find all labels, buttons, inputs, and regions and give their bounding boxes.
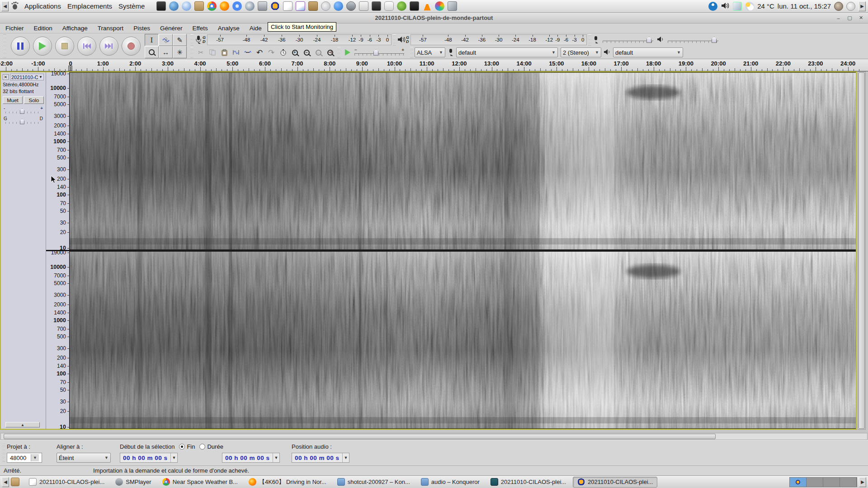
slider-thumb[interactable]	[20, 108, 24, 114]
minimize-icon[interactable]: –	[835, 14, 842, 21]
kdenlive-icon[interactable]	[372, 1, 381, 11]
sync-lock-clock-button[interactable]	[277, 47, 289, 58]
toolbar-grip[interactable]	[410, 47, 413, 58]
pause-button[interactable]	[11, 37, 30, 56]
file-manager-icon[interactable]	[194, 1, 204, 11]
taskbar-collapse-button[interactable]: ◀	[2, 477, 9, 487]
envelope-tool-button[interactable]	[159, 34, 173, 46]
spectrogram-channel-1[interactable]	[70, 72, 856, 250]
zoom-tool-button[interactable]	[145, 46, 159, 58]
menu-affichage[interactable]: Affichage	[62, 25, 88, 32]
panel-menu-système[interactable]: Système	[115, 2, 148, 10]
multi-tool-button[interactable]: ✳	[173, 46, 187, 58]
audio-host-select[interactable]: ALSA▼	[415, 47, 445, 57]
chrome-icon[interactable]	[207, 1, 217, 11]
skip-to-start-button[interactable]	[77, 37, 96, 56]
input-device-select[interactable]: default▼	[456, 47, 558, 57]
paste-button[interactable]	[218, 47, 230, 58]
text-editor-icon[interactable]	[283, 1, 292, 11]
fit-project-button[interactable]: ⊣	[324, 47, 336, 58]
chromium-icon[interactable]	[232, 1, 242, 11]
toolbar-grip[interactable]	[190, 34, 193, 45]
record-button[interactable]	[122, 37, 141, 56]
menu-aide[interactable]: Aide	[250, 25, 262, 32]
darktable-icon[interactable]	[435, 1, 444, 11]
workspace-1[interactable]	[790, 478, 807, 487]
copy-button[interactable]	[207, 47, 218, 58]
stylus-icon[interactable]	[733, 2, 742, 11]
timeline-ruler[interactable]: -2:00-1:0001:002:003:004:005:006:007:008…	[0, 59, 868, 71]
weather-icon[interactable]	[745, 2, 754, 11]
panel-menu-applications[interactable]: Applications	[21, 2, 64, 10]
output-device-select[interactable]: default▼	[613, 47, 683, 57]
trim-audio-button[interactable]	[230, 47, 242, 58]
taskbar-item[interactable]: SMPlayer	[111, 477, 155, 488]
taskbar-expand-button[interactable]: ▶	[859, 477, 866, 487]
draw-tool-button[interactable]: ✎	[173, 34, 187, 46]
silence-audio-button[interactable]	[242, 47, 254, 58]
volume-icon[interactable]	[721, 2, 730, 11]
gimp-icon[interactable]	[834, 2, 843, 11]
panel-collapse-left-button[interactable]: ◀	[1, 1, 9, 11]
shotcut-icon[interactable]	[258, 1, 267, 11]
finder-icon[interactable]	[321, 1, 330, 11]
libreoffice-icon[interactable]	[296, 1, 305, 11]
panel-menu-emplacements[interactable]: Emplacements	[64, 2, 115, 10]
slider-thumb[interactable]	[712, 37, 717, 43]
switcher-icon[interactable]	[384, 1, 394, 11]
cut-button[interactable]: ✂	[195, 47, 207, 58]
firefox-icon[interactable]	[220, 1, 229, 11]
close-icon[interactable]: ✕	[858, 14, 864, 21]
solo-button[interactable]: Solo	[24, 96, 44, 104]
track-name-menu[interactable]: 20211010-C▼	[10, 74, 44, 80]
pidgin-icon[interactable]	[397, 1, 406, 11]
accessibility-icon[interactable]	[708, 2, 717, 11]
play-button[interactable]	[33, 37, 52, 56]
taskbar-item[interactable]: audio – Konqueror	[417, 477, 484, 488]
input-channels-select[interactable]: 2 (Stereo)▼	[561, 47, 601, 57]
slider-thumb[interactable]	[646, 37, 651, 43]
gnome-foot-icon[interactable]	[11, 1, 19, 11]
skip-to-end-button[interactable]	[99, 37, 118, 56]
playback-meter[interactable]: GD -57-48-42-36-30-24-18-12-9-6-30	[397, 34, 587, 46]
thunderbird-icon[interactable]	[169, 1, 179, 11]
menu-transport[interactable]: Transport	[98, 25, 123, 32]
track-close-icon[interactable]: ✕	[3, 74, 9, 80]
horizontal-scrollbar[interactable]	[0, 433, 868, 440]
search-icon[interactable]	[846, 2, 855, 11]
scrollbar-thumb[interactable]	[859, 72, 865, 429]
slider-thumb[interactable]	[20, 119, 24, 124]
taskbar-item[interactable]: 20211010-CILAOS-plei...	[573, 477, 657, 488]
recording-volume-slider[interactable]	[603, 37, 653, 43]
radio-end[interactable]: Fin	[179, 443, 195, 450]
workspace-4[interactable]	[840, 478, 857, 487]
calculator-icon[interactable]	[359, 1, 368, 11]
workspace-3[interactable]	[823, 478, 840, 487]
taskbar-item[interactable]: 【4K60】 Driving in Nor...	[245, 477, 330, 488]
radio-dot[interactable]	[199, 444, 205, 450]
clipboard-icon[interactable]	[308, 1, 318, 11]
time-shift-tool-button[interactable]: ↔	[159, 46, 173, 58]
audio-position-field[interactable]: 00 h 00 m 00 s▼	[292, 453, 349, 463]
project-rate-select[interactable]: 48000▼	[7, 453, 42, 463]
titlebar[interactable]: 20211010-CILAOS-plein-de-monde-partout –…	[0, 13, 868, 23]
scrollbar-thumb[interactable]	[4, 434, 716, 439]
smplayer-icon[interactable]	[346, 1, 356, 11]
menu-fichier[interactable]: Fichier	[5, 25, 24, 32]
radio-duration[interactable]: Durée	[199, 443, 223, 450]
panel-collapse-right-button[interactable]: ▶	[859, 1, 866, 11]
taskbar-item[interactable]: 20211010-CILAOS-plei...	[25, 477, 108, 488]
play-speed-slider[interactable]: −+	[354, 49, 404, 56]
radio-dot[interactable]	[179, 444, 185, 450]
system-monitor-icon[interactable]	[410, 1, 419, 11]
recording-meter[interactable]: GD -57-48-42-36-30-24-18-12-9-6-30	[195, 34, 392, 46]
menu-pistes[interactable]: Pistes	[133, 25, 150, 32]
snap-to-select[interactable]: Éteint▼	[57, 453, 111, 463]
track-collapse-button[interactable]: ▲	[5, 422, 40, 427]
selection-start-field[interactable]: 00 h 00 m 00 s▼	[120, 453, 178, 463]
toolbar-grip[interactable]	[393, 34, 396, 45]
selection-end-field[interactable]: 00 h 00 m 00 s▼	[222, 453, 280, 463]
toolbar-grip[interactable]	[190, 47, 193, 58]
mute-button[interactable]: Muet	[3, 96, 23, 104]
stop-button[interactable]	[55, 37, 74, 56]
